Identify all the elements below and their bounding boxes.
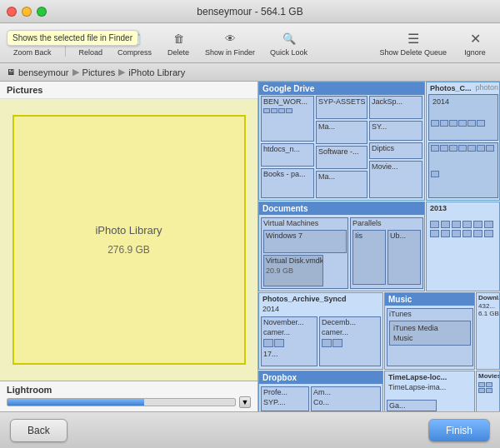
november-block[interactable]: November... camer... 17... xyxy=(261,316,318,366)
progress-step-button[interactable]: ▼ xyxy=(239,396,251,408)
december-label: Decemb... xyxy=(320,317,380,327)
show-delete-queue-icon: ☰ xyxy=(404,29,422,47)
window-controls[interactable] xyxy=(7,7,47,17)
iis-label: Iis xyxy=(353,231,385,241)
itunes-media-block[interactable]: iTunes Media Music xyxy=(389,321,471,346)
lightroom-progress-fill xyxy=(8,399,144,406)
am-label: Am... xyxy=(312,387,380,397)
17-label: 17... xyxy=(262,349,317,359)
lightroom-progress-bar xyxy=(7,398,236,406)
delete-button[interactable]: 🗑 Delete xyxy=(160,26,197,60)
diptics-block[interactable]: Diptics xyxy=(369,142,422,159)
virtual-disk-size: 20.9 GB xyxy=(264,266,322,276)
downl-gb-label: 6.1 GB xyxy=(477,310,499,317)
left-panel: Pictures iPhoto Library 276.9 GB Lightro… xyxy=(0,82,258,411)
right-panel: Google Drive BEN_WOR... SYP-ASSETS xyxy=(258,82,500,411)
windows7-block[interactable]: Windows 7 xyxy=(263,230,347,253)
photos-c-2014-block[interactable]: 2014 xyxy=(428,94,498,141)
ma2-label: Ma... xyxy=(317,172,367,182)
am-block[interactable]: Am... Co... xyxy=(311,386,381,411)
music-section[interactable]: Music iTunes iTunes Media Music xyxy=(384,292,475,370)
htdocs-block[interactable]: htdocs_n... xyxy=(261,143,314,167)
movie-block[interactable]: Movie... xyxy=(369,161,422,198)
ben-wor-block[interactable]: BEN_WOR... xyxy=(261,96,314,142)
iphoto-library-block[interactable]: iPhoto Library 276.9 GB xyxy=(12,115,246,365)
sy-block[interactable]: SY... xyxy=(369,121,422,141)
dropbox-section[interactable]: Dropbox Profe... SYP.... Am... Co... xyxy=(258,371,383,411)
virtual-disk-block[interactable]: Virtual Disk.vmdk 20.9 GB xyxy=(263,255,323,286)
ub-label: Ub... xyxy=(388,231,420,241)
google-drive-section[interactable]: Google Drive BEN_WOR... SYP-ASSETS xyxy=(258,82,425,201)
quick-look-label: Quick Look xyxy=(270,48,308,57)
breadcrumb-item-0[interactable]: benseymour xyxy=(18,67,69,77)
photos-c-2013-block[interactable] xyxy=(428,142,498,198)
timelapse-ima-label: TimeLapse-ima... xyxy=(385,383,474,391)
jacksp-block[interactable]: JackSp... xyxy=(369,96,422,119)
virtual-machines-block[interactable]: Virtual Machines Windows 7 Virtual Disk.… xyxy=(261,217,348,289)
back-button[interactable]: Back xyxy=(10,419,68,442)
photos-c-section[interactable]: Photos_C... 2014 xyxy=(426,82,500,201)
photos-archive-2014-label: 2014 xyxy=(259,305,382,313)
progress-bar-container: ▼ xyxy=(7,396,251,408)
close-button[interactable] xyxy=(7,7,17,17)
breadcrumb-sep-0: ▶ xyxy=(72,67,79,77)
camer-label2: camer... xyxy=(320,327,380,337)
downl-section[interactable]: Downl... 432... 6.1 GB xyxy=(476,292,500,370)
books-block[interactable]: Books - pa... xyxy=(261,168,314,198)
ma-label: Ma... xyxy=(317,122,367,132)
left-panel-header: Pictures xyxy=(0,82,258,99)
syp-label: SYP.... xyxy=(262,397,308,407)
december-block[interactable]: Decemb... camer... xyxy=(319,316,381,366)
dropbox-header: Dropbox xyxy=(259,371,382,384)
iphoto-library-size: 276.9 GB xyxy=(108,242,150,257)
photos-archive-section[interactable]: Photos_Archive_Syncd 2014 November... ca… xyxy=(258,292,383,370)
left-panel-footer: Lightroom ▼ xyxy=(0,381,258,411)
ignore-button[interactable]: ✕ Ignore xyxy=(457,26,493,60)
timelapse-section[interactable]: TimeLapse-loc... TimeLapse-ima... Ga... xyxy=(384,371,475,411)
parallels-block[interactable]: Parallels Iis Ub... xyxy=(350,217,423,289)
tooltip: Shows the selected file in Finder xyxy=(7,30,138,46)
htdocs-label: htdocs_n... xyxy=(262,144,313,154)
books-label: Books - pa... xyxy=(262,169,313,179)
software-block[interactable]: Software -... xyxy=(316,146,368,169)
main-content: Pictures iPhoto Library 276.9 GB Lightro… xyxy=(0,82,500,411)
ma2-block[interactable]: Ma... xyxy=(316,171,368,198)
timelapse-header: TimeLapse-loc... xyxy=(385,371,474,383)
ub-block[interactable]: Ub... xyxy=(388,230,421,285)
reload-label: Reload xyxy=(79,48,103,57)
show-delete-queue-button[interactable]: ☰ Show Delete Queue xyxy=(372,26,453,60)
breadcrumb-item-2[interactable]: iPhoto Library xyxy=(128,67,185,77)
minimize-button[interactable] xyxy=(22,7,32,17)
quick-look-icon: 🔍 xyxy=(280,29,298,47)
left-panel-content: iPhoto Library 276.9 GB xyxy=(0,99,258,381)
music-sub-label: Music xyxy=(392,333,468,343)
profe-label: Profe... xyxy=(262,387,308,397)
maximize-button[interactable] xyxy=(37,7,47,17)
jacksp-label: JackSp... xyxy=(370,97,422,107)
diptics-label: Diptics xyxy=(370,143,422,153)
documents-section[interactable]: Documents Virtual Machines Windows 7 Vir… xyxy=(258,202,425,291)
co-label: Co... xyxy=(312,397,380,407)
software-label: Software -... xyxy=(317,147,367,157)
itunes-label: iTunes xyxy=(388,309,472,319)
show-delete-queue-label: Show Delete Queue xyxy=(379,48,447,57)
ma-block[interactable]: Ma... xyxy=(316,121,368,144)
photon-label: photon xyxy=(475,83,498,92)
movies-section[interactable]: Movies xyxy=(476,371,500,411)
november-label: November... xyxy=(262,317,317,327)
profe-block[interactable]: Profe... SYP.... xyxy=(261,386,309,411)
movies-header: Movies xyxy=(477,371,499,381)
quick-look-button[interactable]: 🔍 Quick Look xyxy=(263,26,314,60)
itunes-block[interactable]: iTunes iTunes Media Music xyxy=(387,308,473,366)
syp-assets-block[interactable]: SYP-ASSETS xyxy=(316,96,368,119)
window-title: benseymour - 564.1 GB xyxy=(197,6,302,17)
2013-section[interactable]: 2013 xyxy=(426,202,500,291)
windows7-label: Windows 7 xyxy=(264,231,346,241)
photos-archive-header: Photos_Archive_Syncd xyxy=(259,293,382,305)
iis-block[interactable]: Iis xyxy=(352,230,386,285)
ga-block[interactable]: Ga... xyxy=(387,400,437,411)
show-in-finder-button[interactable]: 👁 Show in Finder xyxy=(198,26,262,60)
breadcrumb-item-1[interactable]: Pictures xyxy=(82,67,116,77)
google-drive-header: Google Drive xyxy=(259,82,424,95)
finish-button[interactable]: Finish xyxy=(428,419,490,442)
